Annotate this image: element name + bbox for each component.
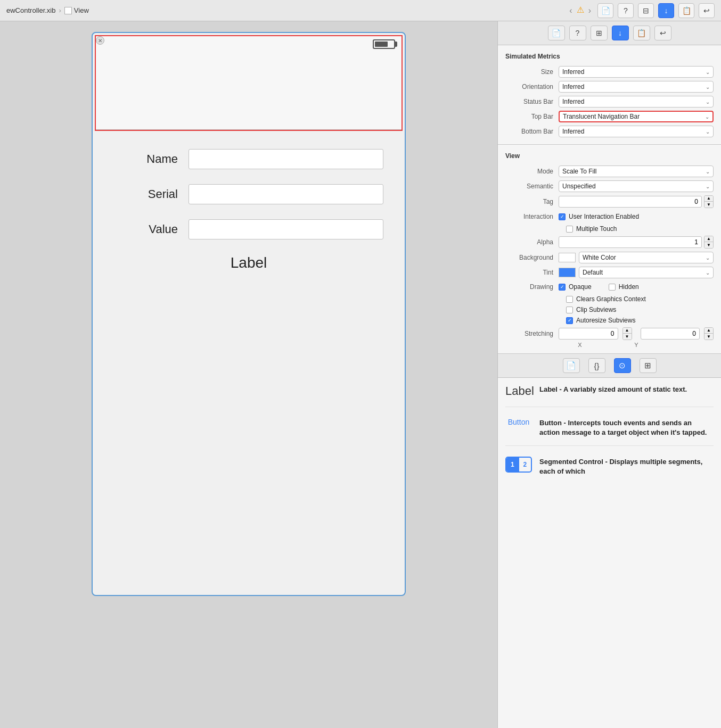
opaque-checkbox[interactable] <box>559 284 566 291</box>
bottom-inspector-btn[interactable]: ⊙ <box>614 358 631 373</box>
top-bar-row: Top Bar Translucent Navigation Bar ⌄ <box>498 109 721 124</box>
stretching-x-input[interactable]: 0 <box>559 328 618 340</box>
inspector-bottom-toolbar: 📄 {} ⊙ ⊞ <box>498 354 721 378</box>
simulated-metrics-title: Simulated Metrics <box>498 51 721 64</box>
user-interaction-checkbox[interactable] <box>559 213 566 220</box>
insp-editor-btn[interactable]: ⊞ <box>591 26 608 40</box>
stretching-x-down[interactable]: ▼ <box>623 334 632 340</box>
stretching-y-input[interactable]: 0 <box>641 328 700 340</box>
view-section: View Mode Scale To Fill ⌄ Semantic Unspe… <box>498 145 721 354</box>
bottom-doc-btn[interactable]: 📄 <box>563 358 580 373</box>
tint-label: Tint <box>505 269 559 276</box>
nav-arrows: ‹ ⚠ › <box>567 5 593 16</box>
frame-close-button[interactable]: ✕ <box>96 36 104 45</box>
mode-select[interactable]: Scale To Fill ⌄ <box>559 166 714 177</box>
view-icon <box>64 7 72 14</box>
multiple-touch-checkbox[interactable] <box>566 226 573 233</box>
y-axis-label: Y <box>615 342 658 348</box>
tag-row: Tag 0 ▲ ▼ <box>498 194 721 210</box>
button-component-text: Button - Intercepts touch events and sen… <box>539 418 714 437</box>
alpha-input[interactable]: 1 <box>559 236 702 248</box>
library-button[interactable]: 📋 <box>678 3 694 18</box>
insp-help-btn[interactable]: ? <box>569 26 586 40</box>
top-bar-label: Top Bar <box>505 113 559 120</box>
segmented-component-icon: 1 2 <box>505 457 532 473</box>
value-input[interactable] <box>189 219 383 239</box>
status-bar-row: Status Bar Inferred ⌄ <box>498 94 721 109</box>
serial-input[interactable] <box>189 184 383 204</box>
editor-button[interactable]: ⊟ <box>638 3 654 18</box>
breadcrumb-separator: › <box>59 6 61 14</box>
breadcrumb-controller[interactable]: ewController.xib <box>6 6 56 14</box>
tag-stepper-up[interactable]: ▲ <box>704 196 713 202</box>
help-button[interactable]: ? <box>618 3 634 18</box>
clip-subviews-checkbox[interactable] <box>566 307 573 313</box>
status-bar-control: Inferred ⌄ <box>559 96 714 107</box>
stretching-y-up[interactable]: ▲ <box>704 328 713 334</box>
orientation-label: Orientation <box>505 83 559 90</box>
inspector-button[interactable]: ↓ <box>658 3 674 18</box>
clip-subviews-label: Clip Subviews <box>576 306 616 313</box>
nav-forward-button[interactable]: › <box>586 5 593 16</box>
insp-file-btn[interactable]: 📄 <box>548 26 565 40</box>
drawing-opaque-control: Opaque Hidden <box>559 283 714 291</box>
tint-control: Default ⌄ <box>559 267 714 278</box>
file-button[interactable]: 📄 <box>597 3 613 18</box>
top-bar-select[interactable]: Translucent Navigation Bar ⌄ <box>559 111 714 122</box>
tint-select[interactable]: Default ⌄ <box>579 267 714 278</box>
semantic-select[interactable]: Unspecified ⌄ <box>559 180 714 192</box>
background-label: Background <box>505 254 559 261</box>
value-label: Value <box>114 222 178 236</box>
tag-stepper-down[interactable]: ▼ <box>704 202 713 208</box>
autoresize-subviews-checkbox[interactable] <box>566 317 573 324</box>
alpha-stepper-down[interactable]: ▼ <box>704 242 713 248</box>
status-bar-select[interactable]: Inferred ⌄ <box>559 96 714 107</box>
clears-graphics-checkbox[interactable] <box>566 296 573 303</box>
bottom-bar-label: Bottom Bar <box>505 128 559 135</box>
size-select[interactable]: Inferred ⌄ <box>559 66 714 78</box>
autoresize-subviews-row: Autoresize Subviews <box>559 315 721 326</box>
insp-back-btn[interactable]: ↩ <box>654 26 671 40</box>
tint-color-swatch[interactable] <box>559 268 576 277</box>
bottom-bar-select-arrow: ⌄ <box>706 129 710 135</box>
opaque-label: Opaque <box>569 283 592 291</box>
stretching-x-up[interactable]: ▲ <box>623 328 632 334</box>
clip-subviews-row: Clip Subviews <box>559 304 721 315</box>
navigator-button[interactable]: ↩ <box>699 3 715 18</box>
orientation-select[interactable]: Inferred ⌄ <box>559 81 714 93</box>
top-bar: ewController.xib › View ‹ ⚠ › 📄 ? ⊟ ↓ 📋 … <box>0 0 721 21</box>
background-control: White Color ⌄ <box>559 252 714 263</box>
top-bar-select-arrow: ⌄ <box>705 114 709 120</box>
stretching-y-stepper: ▲ ▼ <box>704 327 714 340</box>
stretching-axis-labels: X Y <box>551 342 721 348</box>
mode-label: Mode <box>505 168 559 175</box>
iphone-frame: ✕ Name Serial <box>92 32 406 596</box>
background-select[interactable]: White Color ⌄ <box>579 252 714 263</box>
view-title: View <box>498 150 721 164</box>
bottom-grid-btn[interactable]: ⊞ <box>640 358 657 373</box>
top-toolbar-right: ‹ ⚠ › 📄 ? ⊟ ↓ 📋 ↩ <box>567 3 715 18</box>
hidden-checkbox[interactable] <box>609 284 616 291</box>
battery-fill <box>375 42 388 47</box>
insp-inspector-btn[interactable]: ↓ <box>612 26 629 40</box>
bottom-bar-select[interactable]: Inferred ⌄ <box>559 126 714 137</box>
nav-back-button[interactable]: ‹ <box>567 5 574 16</box>
tag-control: 0 ▲ ▼ <box>559 195 714 208</box>
canvas-area: ✕ Name Serial <box>0 21 497 728</box>
size-select-text: Inferred <box>562 68 584 76</box>
stretching-y-down[interactable]: ▼ <box>704 334 713 340</box>
alpha-stepper-up[interactable]: ▲ <box>704 236 713 242</box>
clears-graphics-label: Clears Graphics Context <box>576 295 646 303</box>
orientation-select-arrow: ⌄ <box>706 84 710 90</box>
tag-input[interactable]: 0 <box>559 196 702 208</box>
interaction-row: Interaction User Interaction Enabled <box>498 210 721 224</box>
tag-stepper: ▲ ▼ <box>704 195 714 208</box>
segmented-component-name: Segmented Control - Displays multiple se… <box>539 458 702 475</box>
alpha-stepper: ▲ ▼ <box>704 236 714 249</box>
bottom-code-btn[interactable]: {} <box>588 358 605 373</box>
bottom-bar-row: Bottom Bar Inferred ⌄ <box>498 124 721 139</box>
background-color-swatch[interactable] <box>559 253 576 262</box>
insp-navigator-btn[interactable]: 📋 <box>633 26 650 40</box>
segmented-component-name-bold: Segmented Control <box>539 458 603 466</box>
name-input[interactable] <box>189 149 383 169</box>
